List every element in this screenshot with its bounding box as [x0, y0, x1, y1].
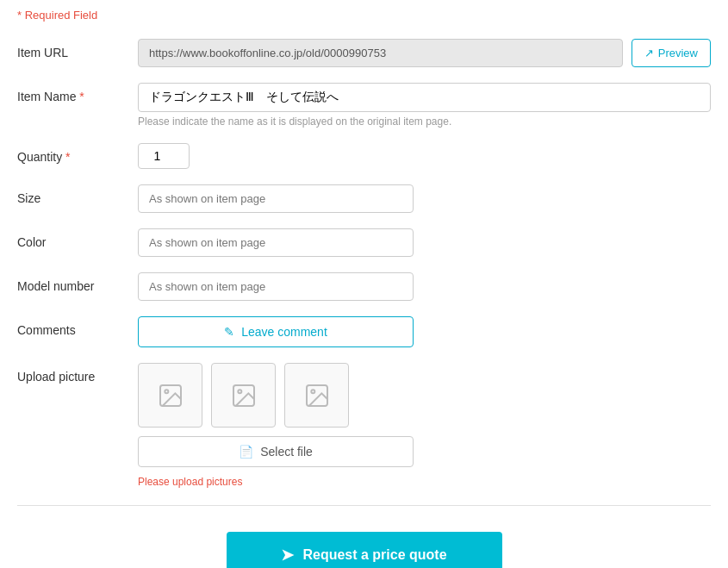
quantity-input[interactable]	[138, 143, 190, 169]
select-file-button[interactable]: 📄 Select file	[138, 436, 414, 467]
upload-picture-row: Upload picture	[17, 363, 711, 488]
color-wrap	[138, 228, 711, 257]
quantity-required-star: *	[65, 150, 70, 164]
svg-point-5	[311, 390, 314, 393]
item-url-row: Item URL ↗ Preview	[17, 39, 711, 67]
item-name-label: Item Name *	[17, 83, 138, 103]
svg-point-3	[238, 390, 241, 393]
file-icon: 📄	[239, 445, 253, 459]
upload-thumb-3[interactable]	[284, 363, 349, 428]
size-label: Size	[17, 184, 138, 205]
upload-picture-wrap: 📄 Select file Please upload pictures	[138, 363, 711, 488]
preview-button-label: Preview	[658, 47, 698, 59]
upload-thumb-2[interactable]	[211, 363, 276, 428]
image-placeholder-icon-2	[230, 382, 258, 409]
upload-hint: Please upload pictures	[138, 476, 711, 488]
required-field-note: * Required Field	[17, 9, 711, 22]
upload-section: 📄 Select file Please upload pictures	[138, 363, 711, 488]
leave-comment-button[interactable]: ✎ Leave comment	[138, 316, 414, 347]
quantity-label: Quantity *	[17, 143, 138, 164]
item-url-label: Item URL	[17, 39, 138, 59]
color-label: Color	[17, 228, 138, 249]
external-link-icon: ↗	[644, 47, 654, 59]
model-number-wrap	[138, 272, 711, 301]
bottom-bar: ➤ Request a price quote	[17, 523, 711, 568]
preview-button[interactable]: ↗ Preview	[632, 39, 711, 67]
size-wrap	[138, 184, 711, 213]
item-name-input[interactable]	[138, 83, 711, 112]
upload-thumbnails	[138, 363, 711, 428]
quantity-row: Quantity *	[17, 143, 711, 169]
edit-icon: ✎	[224, 325, 234, 339]
model-number-label: Model number	[17, 272, 138, 293]
request-quote-label: Request a price quote	[302, 547, 446, 563]
image-placeholder-icon-1	[157, 382, 184, 409]
item-url-wrap: ↗ Preview	[138, 39, 711, 67]
color-input[interactable]	[138, 228, 414, 257]
color-row: Color	[17, 228, 711, 257]
item-name-row: Item Name * Please indicate the name as …	[17, 83, 711, 128]
section-divider	[17, 505, 711, 506]
item-name-wrap: Please indicate the name as it is displa…	[138, 83, 711, 128]
comments-wrap: ✎ Leave comment	[138, 316, 711, 347]
select-file-label: Select file	[260, 445, 313, 459]
quantity-wrap	[138, 143, 711, 169]
upload-thumb-1[interactable]	[138, 363, 202, 428]
image-placeholder-icon-3	[303, 382, 331, 409]
svg-point-1	[165, 390, 168, 393]
send-icon: ➤	[281, 546, 294, 565]
comments-row: Comments ✎ Leave comment	[17, 316, 711, 347]
item-url-input[interactable]	[138, 39, 623, 67]
size-row: Size	[17, 184, 711, 213]
request-quote-button[interactable]: ➤ Request a price quote	[227, 532, 502, 568]
model-number-input[interactable]	[138, 272, 414, 301]
item-name-hint: Please indicate the name as it is displa…	[138, 115, 711, 128]
comments-label: Comments	[17, 316, 138, 337]
model-number-row: Model number	[17, 272, 711, 301]
leave-comment-label: Leave comment	[241, 325, 327, 339]
size-input[interactable]	[138, 184, 414, 213]
required-star: *	[79, 90, 84, 103]
upload-picture-label: Upload picture	[17, 363, 138, 384]
